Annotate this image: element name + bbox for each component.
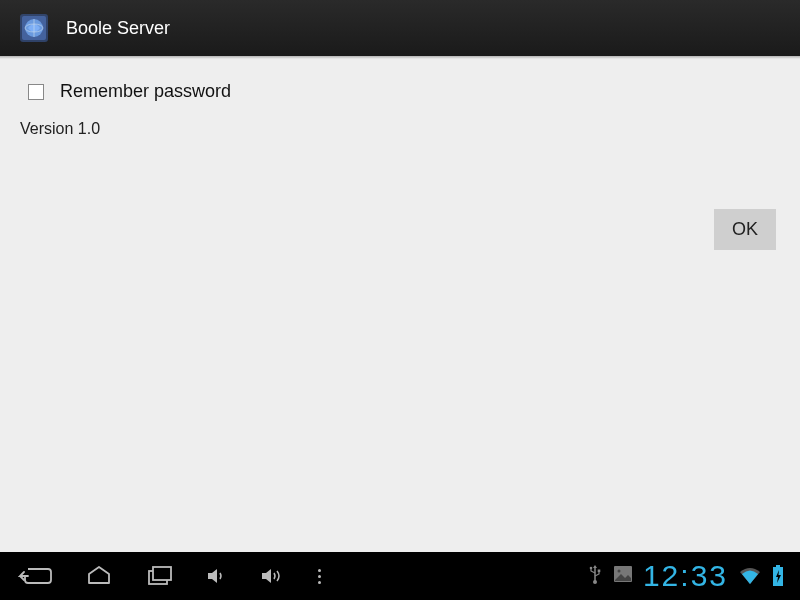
system-navbar: 12:33 <box>0 552 800 600</box>
svg-point-9 <box>590 567 593 570</box>
battery-charging-icon <box>772 565 784 587</box>
wifi-icon <box>738 566 762 586</box>
remember-password-label: Remember password <box>60 81 231 102</box>
navbar-left <box>8 565 321 587</box>
version-label: Version 1.0 <box>0 110 800 148</box>
remember-password-checkbox[interactable] <box>28 84 44 100</box>
clock: 12:33 <box>643 559 728 593</box>
picture-icon <box>613 565 633 587</box>
usb-icon <box>587 563 603 589</box>
titlebar: Boole Server <box>0 0 800 56</box>
navbar-right: 12:33 <box>587 559 792 593</box>
volume-down-button[interactable] <box>206 566 228 586</box>
svg-point-12 <box>617 570 620 573</box>
back-button[interactable] <box>18 565 52 587</box>
recent-apps-button[interactable] <box>146 565 174 587</box>
home-button[interactable] <box>84 565 114 587</box>
app-title: Boole Server <box>66 18 170 39</box>
remember-password-row: Remember password <box>0 59 800 110</box>
menu-button[interactable] <box>318 569 321 584</box>
svg-rect-13 <box>776 565 780 567</box>
svg-rect-10 <box>598 570 601 573</box>
content-area: Remember password Version 1.0 OK <box>0 59 800 148</box>
app-icon <box>16 10 52 46</box>
svg-rect-6 <box>153 567 171 580</box>
ok-button[interactable]: OK <box>714 209 776 250</box>
svg-point-8 <box>593 580 597 584</box>
volume-up-button[interactable] <box>260 566 286 586</box>
